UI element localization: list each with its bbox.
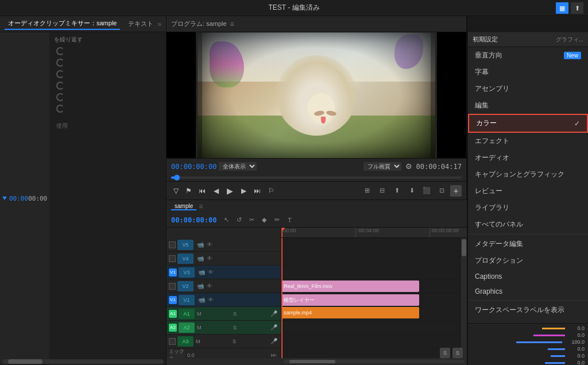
mark-in-btn[interactable]: ⚑ bbox=[183, 185, 194, 197]
track-active-v3[interactable]: V1 bbox=[169, 268, 177, 276]
undo-icon-5[interactable] bbox=[56, 93, 64, 101]
track-content-v2[interactable]: Real_8mm_Film.mov bbox=[281, 279, 467, 293]
progress-playhead[interactable] bbox=[174, 175, 180, 180]
track-solo-a1[interactable]: S bbox=[233, 311, 269, 317]
undo-icon-1[interactable] bbox=[56, 47, 64, 55]
selection-tool[interactable]: ↖ bbox=[221, 215, 231, 225]
add-btn[interactable]: + bbox=[450, 185, 462, 197]
type-tool[interactable]: T bbox=[284, 215, 295, 225]
overwrite-btn[interactable]: ⊟ bbox=[376, 185, 388, 197]
track-icon-v5-eye[interactable]: 👁 bbox=[206, 241, 214, 249]
track-lock-v4[interactable] bbox=[169, 255, 176, 262]
workspace-item-color[interactable]: カラー ✓ bbox=[468, 114, 588, 133]
workspace-item-graphics-en[interactable]: Graphics bbox=[468, 284, 588, 299]
insert-btn[interactable]: ⊞ bbox=[361, 185, 373, 197]
undo-icon-2[interactable] bbox=[56, 59, 64, 67]
step-fwd-btn[interactable]: ▶ bbox=[238, 185, 249, 197]
tl-ruler-area[interactable]: 00:00 :00:04:00 00:00:08:00 bbox=[281, 228, 467, 238]
track-icon-a3-mic: 🎤 bbox=[270, 337, 278, 345]
clip-yoko-layer[interactable]: 横型レイヤー bbox=[281, 294, 419, 306]
track-label-a3: A3 M S 🎤 bbox=[167, 335, 281, 348]
track-solo-a2[interactable]: S bbox=[233, 325, 269, 331]
workspace-item-all-panels[interactable]: すべてのパネル bbox=[468, 216, 588, 233]
track-content-a1[interactable] bbox=[281, 321, 467, 335]
extract-btn[interactable]: ⬇ bbox=[405, 185, 418, 197]
program-menu-icon[interactable]: ≡ bbox=[230, 20, 234, 28]
workspace-icon[interactable]: ▦ bbox=[556, 2, 568, 14]
undo-icon-6[interactable] bbox=[56, 105, 64, 113]
left-panel-scrollbar[interactable] bbox=[2, 359, 164, 364]
zoom-select[interactable]: 全体表示 bbox=[219, 162, 257, 171]
track-content-v4[interactable] bbox=[281, 252, 467, 266]
sequence-tab-sample[interactable]: sample bbox=[171, 203, 196, 210]
export-icon[interactable]: ⬆ bbox=[571, 2, 583, 14]
play-btn[interactable]: ▶ bbox=[224, 185, 235, 197]
track-content-a3[interactable] bbox=[281, 348, 467, 358]
track-lock-v5[interactable] bbox=[169, 241, 176, 248]
track-icon-v1-eye[interactable]: 👁 bbox=[207, 296, 215, 304]
track-icon-v3-eye[interactable]: 👁 bbox=[207, 268, 215, 276]
track-icon-v4-eye[interactable]: 👁 bbox=[206, 255, 214, 263]
track-lock-v2[interactable] bbox=[169, 283, 176, 290]
workspace-item-effects[interactable]: エフェクト bbox=[468, 133, 588, 149]
track-content-v5[interactable] bbox=[281, 238, 467, 252]
clip-sample-mp4[interactable]: sample.mp4 bbox=[281, 307, 419, 318]
audio-mixer-tab[interactable]: オーディオクリップミキサー：sample bbox=[5, 18, 120, 30]
mark-out-btn[interactable]: ⚐ bbox=[265, 185, 277, 197]
program-label: プログラム: sample bbox=[171, 20, 227, 28]
workspace-item-production[interactable]: プロダクション bbox=[468, 252, 588, 269]
workspace-item-audio[interactable]: オーディオ bbox=[468, 149, 588, 166]
meter-row-2: 0.0 bbox=[468, 332, 588, 339]
prev-edit-btn[interactable]: ⏮ bbox=[196, 185, 208, 197]
ripple-tool[interactable]: ↺ bbox=[234, 215, 244, 225]
funnel-icon[interactable]: ▽ bbox=[171, 186, 180, 195]
clip-real-8mm[interactable]: Real_8mm_Film.mov bbox=[281, 281, 419, 292]
tl-tools: ↖ ↺ ✂ ◆ ✏ T bbox=[221, 215, 295, 225]
workspace-item-show-tabs[interactable]: ワークスペースタブを表示 ✓ bbox=[468, 318, 588, 323]
lift-btn[interactable]: ⬆ bbox=[390, 185, 403, 197]
undo-icon-3[interactable] bbox=[56, 70, 64, 78]
pen-tool[interactable]: ✏ bbox=[272, 215, 282, 225]
s-btn-1[interactable]: S bbox=[440, 348, 450, 358]
track-icon-mix-skip[interactable]: ⏭ bbox=[270, 351, 278, 359]
panel-expand-icon[interactable]: » bbox=[157, 20, 161, 28]
track-active-a2[interactable]: A2 bbox=[169, 324, 177, 332]
tl-hscroll-track[interactable] bbox=[284, 360, 465, 363]
workspace-item-library[interactable]: ライブラリ bbox=[468, 199, 588, 216]
track-content-v1[interactable]: 横型レイヤー sample.mp4 bbox=[281, 293, 467, 321]
workspace-item-show-labels[interactable]: ワークスペースラベルを表示 bbox=[468, 302, 588, 318]
multi-cam-btn[interactable]: ⊡ bbox=[435, 185, 448, 197]
workspace-item-assembly[interactable]: アセンブリ bbox=[468, 80, 588, 97]
next-edit-btn[interactable]: ⏭ bbox=[252, 185, 263, 197]
workspace-item-metadata[interactable]: メタデータ編集 bbox=[468, 236, 588, 252]
menu-divider-1 bbox=[468, 234, 588, 235]
workspace-item-edit[interactable]: 編集 bbox=[468, 97, 588, 114]
settings-icon[interactable]: ⚙ bbox=[404, 162, 414, 172]
step-back-btn[interactable]: ◀ bbox=[210, 185, 222, 197]
sequence-menu-icon[interactable]: ≡ bbox=[199, 202, 203, 210]
track-content-a2[interactable] bbox=[281, 335, 467, 348]
tl-vertical-scroll[interactable] bbox=[460, 238, 467, 358]
workspace-item-captions-graphics[interactable]: キャプションとグラフィック bbox=[468, 166, 588, 183]
text-tab[interactable]: テキスト bbox=[125, 18, 157, 29]
workspace-item-captions-en[interactable]: Captions bbox=[468, 269, 588, 284]
workspace-item-vertical[interactable]: 垂直方向 New bbox=[468, 47, 588, 64]
undo-icon-4[interactable] bbox=[56, 82, 64, 90]
export-frame-btn[interactable]: ⬛ bbox=[420, 185, 433, 197]
track-active-a1[interactable]: A1 bbox=[169, 310, 177, 318]
quality-select[interactable]: フル画質 bbox=[363, 162, 401, 171]
track-content-v3[interactable] bbox=[281, 266, 467, 279]
track-solo-a3[interactable]: S bbox=[233, 339, 269, 344]
progress-bar[interactable] bbox=[171, 176, 462, 179]
track-lock-a3[interactable] bbox=[169, 338, 176, 345]
workspace-item-caption[interactable]: 字幕 bbox=[468, 64, 588, 80]
workspace-item-review[interactable]: レビュー bbox=[468, 183, 588, 199]
main-layout: オーディオクリップミキサー：sample テキスト » 00:00 00:00 … bbox=[0, 16, 588, 365]
graphics-tab[interactable]: グラフィ... bbox=[556, 36, 583, 44]
s-btn-2[interactable]: S bbox=[452, 348, 463, 358]
track-active-v1[interactable]: V1 bbox=[169, 296, 177, 304]
razor-tool[interactable]: ✂ bbox=[246, 215, 257, 225]
track-icon-v2-eye[interactable]: 👁 bbox=[206, 282, 214, 290]
transport-bar: ▽ ⚑ ⏮ ◀ ▶ ▶ ⏭ ⚐ ⊞ ⊟ ⬆ ⬇ ⬛ ⊡ + bbox=[167, 181, 466, 199]
slip-tool[interactable]: ◆ bbox=[259, 215, 269, 225]
